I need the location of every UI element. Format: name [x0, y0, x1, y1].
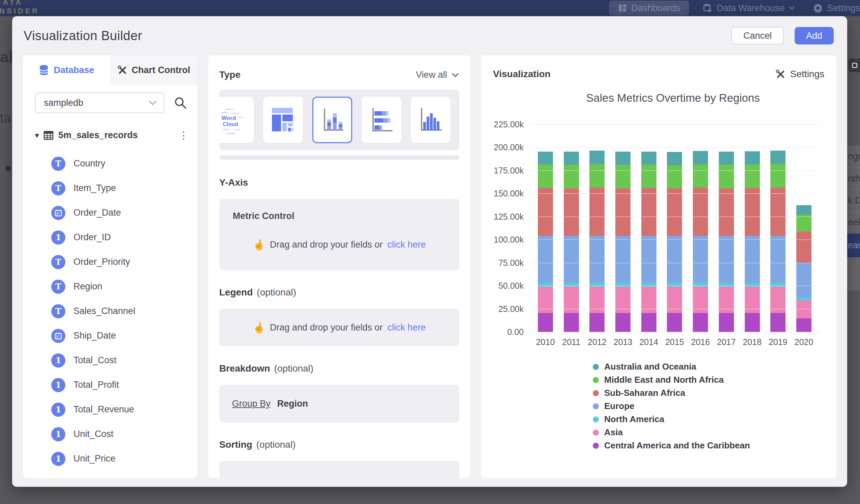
- chevron-down-icon: [451, 72, 459, 77]
- database-select[interactable]: sampledb: [35, 92, 164, 113]
- y-axis-tick: 75.00k: [487, 258, 524, 268]
- legend-item[interactable]: North America: [593, 413, 750, 426]
- field-item[interactable]: 1Total_Cost: [23, 348, 198, 373]
- tab-chart-control[interactable]: Chart Control: [110, 55, 198, 85]
- kebab-menu-icon[interactable]: ⋮: [178, 129, 189, 141]
- save-button-background[interactable]: [848, 59, 860, 72]
- nav-settings[interactable]: Settings: [804, 0, 860, 16]
- background-menu-item[interactable]: nthly: [847, 168, 860, 189]
- x-axis-tick: 2016: [691, 337, 710, 347]
- background-menu-item[interactable]: ear: [847, 233, 860, 257]
- gear-icon: [813, 3, 823, 13]
- chart-bars: 2010201120122013201420152016201720182019…: [530, 124, 820, 332]
- number-field-icon: 1: [51, 427, 66, 441]
- field-item[interactable]: TCountry: [23, 151, 198, 176]
- field-item[interactable]: 1Total_Profit: [23, 373, 198, 397]
- bar-segment: [667, 152, 682, 165]
- builder-panel: Type View all analysisinesskeywordWordte…: [208, 55, 470, 478]
- group-by-selector[interactable]: Group By: [232, 399, 271, 409]
- visualization-builder-modal: Visualization Builder Cancel Add Databas…: [12, 16, 847, 487]
- metric-control-dropzone[interactable]: Metric Control ☝ Drag and drop your fiel…: [219, 199, 459, 270]
- nav-label: Dashboards: [631, 3, 680, 13]
- section-optional-suffix: (optional): [274, 363, 313, 374]
- view-all-button[interactable]: View all: [416, 70, 459, 80]
- chart-type-stacked-column[interactable]: [312, 97, 352, 143]
- y-axis-tick: 0.00: [487, 327, 524, 337]
- chevron-down-icon: [148, 100, 157, 105]
- warehouse-icon: [703, 3, 713, 13]
- field-item[interactable]: Order_Date: [23, 200, 198, 225]
- number-field-icon: 1: [51, 452, 66, 466]
- legend-item[interactable]: Europe: [593, 400, 750, 413]
- sorting-dropzone[interactable]: Data Range Ascending: [219, 461, 459, 478]
- field-item[interactable]: TRegion: [23, 274, 198, 299]
- gridline: [530, 309, 820, 309]
- group-by-field[interactable]: Region: [277, 399, 309, 409]
- add-button[interactable]: Add: [794, 27, 834, 44]
- chart-type-stacked-bar[interactable]: [362, 97, 401, 143]
- database-panel: Database Chart Control sampledb: [23, 55, 198, 478]
- field-item[interactable]: 1Order_ID: [23, 225, 198, 250]
- chart-type-word-cloud[interactable]: analysisinesskeywordWordtermCloud[data]s…: [219, 97, 254, 143]
- bar-segment: [796, 318, 812, 332]
- bar-segment: [564, 165, 579, 188]
- background-menu-item[interactable]: eekly: [847, 211, 860, 233]
- table-tree-node[interactable]: ▾ 5m_sales_records ⋮: [23, 113, 198, 141]
- tab-database[interactable]: Database: [23, 55, 110, 85]
- tab-label: Database: [54, 65, 94, 75]
- legend-label: Europe: [604, 401, 634, 411]
- background-menu-item[interactable]: nge: [847, 146, 860, 168]
- field-item[interactable]: TSales_Channel: [23, 299, 198, 323]
- legend-item[interactable]: Asia: [593, 426, 750, 439]
- field-label: Region: [73, 281, 102, 292]
- tap-hand-icon: ☝: [252, 320, 266, 334]
- chart-type-column[interactable]: [411, 97, 450, 143]
- legend-item[interactable]: Middle East and North Africa: [593, 373, 750, 386]
- nav-data-warehouse[interactable]: Data Warehouse: [694, 0, 804, 16]
- modal-header: Visualization Builder Cancel Add: [12, 16, 847, 55]
- carousel-scrollbar[interactable]: [219, 156, 459, 160]
- field-item[interactable]: TItem_Type: [23, 176, 198, 200]
- legend-section-heading: Legend (optional): [219, 287, 459, 298]
- collapse-caret-icon[interactable]: ▾: [35, 131, 39, 140]
- app-logo: DATA INSIDER: [0, 0, 40, 15]
- click-here-link[interactable]: click here: [388, 240, 426, 250]
- legend-item[interactable]: Sub-Saharan Africa: [593, 386, 750, 400]
- x-axis-tick: 2014: [639, 337, 658, 347]
- y-axis-tick: 175.00k: [487, 165, 524, 175]
- bar-segment: [770, 236, 786, 283]
- field-item[interactable]: 1Unit_Cost: [23, 422, 198, 446]
- field-item[interactable]: 1Unit_Price: [23, 446, 198, 471]
- page-title: Visualization Builder: [24, 29, 142, 43]
- x-axis-tick: 2020: [794, 337, 814, 347]
- settings-button[interactable]: Settings: [775, 69, 824, 80]
- nav-dashboards[interactable]: Dashboards: [609, 1, 689, 15]
- legend-item[interactable]: Australia and Oceania: [593, 360, 750, 373]
- cancel-button[interactable]: Cancel: [731, 27, 784, 44]
- search-icon[interactable]: [173, 96, 187, 110]
- field-item[interactable]: TOrder_Priority: [23, 250, 198, 274]
- y-axis-tick: 225.00k: [487, 119, 524, 129]
- bar-segment: [770, 150, 786, 164]
- field-label: Order_ID: [73, 232, 111, 243]
- gridline: [530, 217, 820, 217]
- bar-segment: [615, 236, 631, 282]
- field-item[interactable]: 1Total_Revenue: [23, 397, 198, 422]
- gridline: [530, 193, 820, 194]
- breakdown-dropzone[interactable]: Group By Region: [219, 385, 459, 422]
- y-axis-tick: 200.00k: [487, 143, 524, 152]
- click-here-link[interactable]: click here: [388, 322, 426, 333]
- svg-text:[data]: [data]: [224, 128, 229, 130]
- chart-type-treemap[interactable]: [263, 97, 303, 143]
- bar-segment: [641, 313, 657, 332]
- bar-segment: [615, 188, 631, 236]
- background-bullet-dot: [5, 166, 11, 171]
- background-menu-item[interactable]: k Date: [847, 189, 860, 211]
- field-item[interactable]: Ship_Date: [23, 323, 198, 348]
- legend-label: Asia: [604, 427, 623, 438]
- x-axis-tick: 2010: [536, 337, 555, 347]
- legend-dropzone[interactable]: ☝ Drag and drop your fields or click her…: [219, 308, 459, 346]
- bar-2010: 2010: [538, 124, 553, 332]
- legend-item[interactable]: Central America and the Caribbean: [593, 439, 750, 452]
- visualization-heading: Visualization: [493, 69, 551, 80]
